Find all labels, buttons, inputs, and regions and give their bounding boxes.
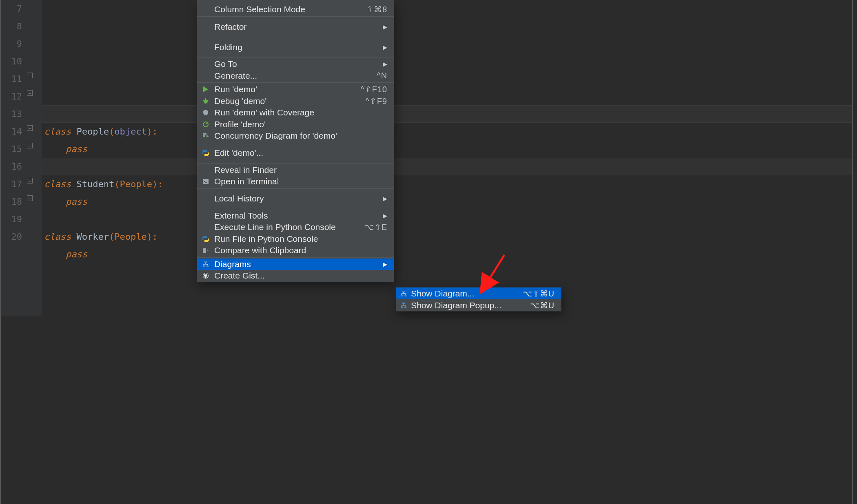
diagrams-submenu[interactable]: Show Diagram... ⌥⇧⌘U Show Diagram Popup.… <box>396 287 562 312</box>
svg-rect-18 <box>404 295 406 296</box>
shortcut-label: ⇧⌘8 <box>366 4 387 14</box>
svg-rect-11 <box>203 248 206 253</box>
menu-item-concurrency[interactable]: Concurrency Diagram for 'demo' <box>197 130 394 142</box>
fold-toggle-icon[interactable]: – <box>27 90 33 96</box>
menu-item-profile[interactable]: Profile 'demo' <box>197 119 394 130</box>
run-icon <box>201 86 210 93</box>
editor-scrollbar[interactable] <box>852 0 857 504</box>
menu-item-edit-run-config[interactable]: Edit 'demo'... <box>197 144 394 162</box>
python-icon <box>201 235 210 243</box>
bug-icon <box>201 98 210 104</box>
menu-item-local-history[interactable]: Local History ▶ <box>197 190 394 208</box>
menu-item-column-selection[interactable]: Column Selection Mode ⇧⌘8 <box>197 3 394 15</box>
fold-toggle-icon[interactable]: – <box>27 195 33 201</box>
submenu-arrow-icon: ▶ <box>383 24 387 30</box>
fold-toggle-icon[interactable]: – <box>27 178 33 183</box>
menu-item-folding[interactable]: Folding ▶ <box>197 38 394 56</box>
menu-item-compare-clipboard[interactable]: Compare with Clipboard <box>197 245 394 256</box>
svg-rect-16 <box>402 291 405 292</box>
menu-item-external-tools[interactable]: External Tools ▶ <box>197 210 394 222</box>
menu-item-cut-placeholder[interactable] <box>197 0 394 3</box>
menu-item-execute-line[interactable]: Execute Line in Python Console ⌥⇧E <box>197 221 394 233</box>
menu-item-refactor[interactable]: Refactor ▶ <box>197 18 394 36</box>
svg-rect-7 <box>203 135 205 137</box>
python-icon <box>201 149 210 157</box>
submenu-arrow-icon: ▶ <box>383 61 387 67</box>
code-area[interactable]: class People(object): pass class Student… <box>42 0 857 316</box>
submenu-arrow-icon: ▶ <box>383 195 387 202</box>
profile-icon <box>201 121 210 128</box>
svg-rect-2 <box>205 98 206 100</box>
svg-rect-12 <box>204 261 207 263</box>
menu-separator <box>197 16 394 17</box>
line-gutter: 7 8 9 10 11 12 13 14 15 16 17 18 19 20 <box>1 0 25 316</box>
concurrency-icon <box>201 133 210 139</box>
svg-point-1 <box>204 99 208 104</box>
menu-item-run[interactable]: Run 'demo' ^⇧F10 <box>197 84 394 95</box>
code-editor[interactable]: 7 8 9 10 11 12 13 14 15 16 17 18 19 20 –… <box>0 0 857 504</box>
menu-item-reveal-finder[interactable]: Reveal in Finder <box>197 164 394 176</box>
fold-toggle-icon[interactable]: – <box>27 125 33 131</box>
menu-item-open-terminal[interactable]: Open in Terminal <box>197 176 394 188</box>
shield-icon <box>201 109 210 116</box>
submenu-item-show-diagram-popup[interactable]: Show Diagram Popup... ⌥⌘U <box>396 299 561 311</box>
menu-item-goto[interactable]: Go To ▶ <box>197 58 394 70</box>
menu-item-run-file-console[interactable]: Run File in Python Console <box>197 233 394 245</box>
menu-item-diagrams[interactable]: Diagrams ▶ <box>197 259 394 270</box>
menu-item-debug[interactable]: Debug 'demo' ^⇧F9 <box>197 95 394 107</box>
diagram-icon <box>400 290 407 297</box>
menu-item-coverage[interactable]: Run 'demo' with Coverage <box>197 107 394 119</box>
svg-marker-0 <box>203 86 208 92</box>
submenu-arrow-icon: ▶ <box>383 212 387 219</box>
submenu-item-show-diagram[interactable]: Show Diagram... ⌥⇧⌘U <box>396 287 561 299</box>
diff-icon <box>201 247 210 254</box>
submenu-arrow-icon: ▶ <box>383 44 387 51</box>
menu-label: Column Selection Mode <box>214 4 362 14</box>
svg-rect-13 <box>203 265 205 267</box>
svg-rect-9 <box>203 179 209 184</box>
svg-rect-17 <box>401 295 403 296</box>
svg-rect-14 <box>206 265 209 267</box>
fold-toggle-icon[interactable]: – <box>27 73 33 78</box>
submenu-arrow-icon: ▶ <box>383 261 387 267</box>
fold-toggle-icon[interactable]: – <box>27 143 33 148</box>
diagram-icon <box>400 302 407 309</box>
github-icon <box>201 272 210 279</box>
menu-item-create-gist[interactable]: Create Gist... <box>197 270 394 282</box>
svg-rect-20 <box>401 307 403 308</box>
fold-column: – – – – – – <box>25 0 42 316</box>
menu-item-generate[interactable]: Generate... ^N <box>197 70 394 82</box>
editor-context-menu[interactable]: Column Selection Mode ⇧⌘8 Refactor ▶ Fol… <box>197 0 394 282</box>
svg-rect-6 <box>203 133 206 135</box>
diagram-icon <box>201 261 210 267</box>
svg-rect-21 <box>404 307 406 308</box>
svg-marker-8 <box>206 135 209 137</box>
svg-rect-19 <box>402 303 405 304</box>
terminal-icon <box>201 178 210 185</box>
